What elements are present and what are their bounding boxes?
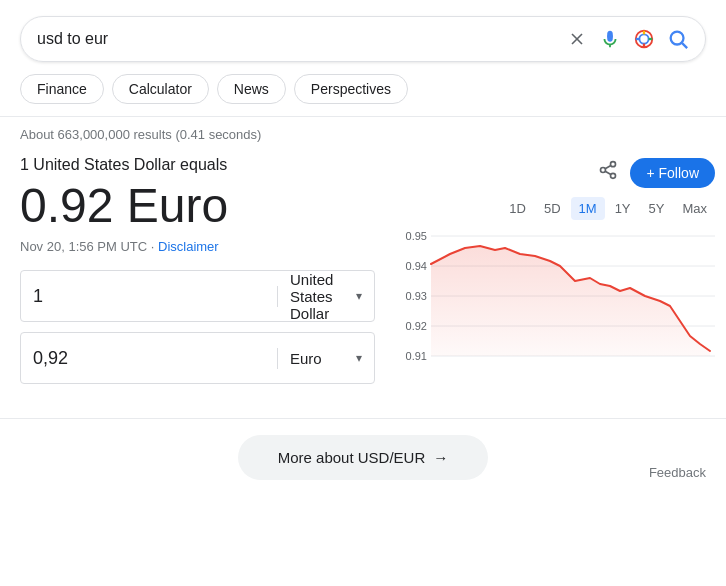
clear-button[interactable] — [567, 29, 587, 49]
disclaimer-link[interactable]: Disclaimer — [158, 239, 219, 254]
from-currency-dropdown-arrow: ▾ — [356, 289, 362, 303]
chart-container: 0.95 0.94 0.93 0.92 0.91 — [395, 226, 715, 386]
from-amount-input[interactable] — [21, 286, 278, 307]
timestamp: Nov 20, 1:56 PM UTC · Disclaimer — [20, 239, 375, 254]
price-chart: 0.95 0.94 0.93 0.92 0.91 — [395, 226, 715, 386]
from-currency-label: United States Dollar — [290, 271, 356, 322]
search-icons — [567, 28, 689, 50]
chart-header: + Follow — [395, 156, 715, 189]
svg-point-4 — [639, 34, 648, 43]
filter-calculator[interactable]: Calculator — [112, 74, 209, 104]
svg-text:0.92: 0.92 — [406, 320, 427, 332]
svg-text:0.93: 0.93 — [406, 290, 427, 302]
equals-text: 1 United States Dollar equals — [20, 156, 375, 174]
filter-news[interactable]: News — [217, 74, 286, 104]
from-currency-row: United States Dollar ▾ — [20, 270, 375, 322]
left-panel: 1 United States Dollar equals 0.92 Euro … — [20, 156, 375, 394]
svg-text:0.91: 0.91 — [406, 350, 427, 362]
svg-point-5 — [671, 32, 684, 45]
lens-button[interactable] — [633, 28, 655, 50]
feedback-link[interactable]: Feedback — [649, 465, 706, 480]
svg-line-10 — [606, 171, 612, 174]
filter-pills: Finance Calculator News Perspectives — [0, 74, 726, 117]
more-arrow-icon: → — [433, 449, 448, 466]
svg-text:0.95: 0.95 — [406, 230, 427, 242]
to-currency-row: Euro ▾ — [20, 332, 375, 384]
search-button[interactable] — [667, 28, 689, 50]
tab-1y[interactable]: 1Y — [607, 197, 639, 220]
follow-button[interactable]: + Follow — [630, 158, 715, 188]
svg-line-11 — [606, 165, 612, 168]
bottom-area: More about USD/EUR → Feedback — [0, 418, 726, 496]
tab-5y[interactable]: 5Y — [641, 197, 673, 220]
svg-point-8 — [601, 168, 606, 173]
timestamp-text: Nov 20, 1:56 PM UTC · — [20, 239, 158, 254]
tab-1d[interactable]: 1D — [501, 197, 534, 220]
search-input[interactable] — [37, 30, 567, 48]
filter-perspectives[interactable]: Perspectives — [294, 74, 408, 104]
right-panel: + Follow 1D 5D 1M 1Y 5Y Max 0.95 0.94 0.… — [395, 156, 715, 394]
converted-value: 0.92 Euro — [20, 178, 375, 233]
more-label: More about USD/EUR — [278, 449, 426, 466]
tab-1m[interactable]: 1M — [571, 197, 605, 220]
search-bar — [20, 16, 706, 62]
to-currency-select[interactable]: Euro ▾ — [278, 350, 374, 367]
svg-point-9 — [611, 173, 616, 178]
voice-search-button[interactable] — [599, 28, 621, 50]
more-about-button[interactable]: More about USD/EUR → — [238, 435, 489, 480]
main-content: 1 United States Dollar equals 0.92 Euro … — [0, 148, 726, 394]
share-button[interactable] — [590, 156, 626, 189]
from-currency-select[interactable]: United States Dollar ▾ — [278, 271, 374, 322]
time-tabs: 1D 5D 1M 1Y 5Y Max — [395, 197, 715, 220]
svg-point-2 — [607, 34, 613, 40]
svg-line-6 — [682, 43, 687, 48]
to-amount-input[interactable] — [21, 348, 278, 369]
search-bar-wrapper — [0, 0, 726, 74]
tab-max[interactable]: Max — [674, 197, 715, 220]
tab-5d[interactable]: 5D — [536, 197, 569, 220]
to-currency-label: Euro — [290, 350, 322, 367]
svg-text:0.94: 0.94 — [406, 260, 427, 272]
filter-finance[interactable]: Finance — [20, 74, 104, 104]
svg-point-7 — [611, 162, 616, 167]
to-currency-dropdown-arrow: ▾ — [356, 351, 362, 365]
results-count: About 663,000,000 results (0.41 seconds) — [0, 117, 726, 148]
